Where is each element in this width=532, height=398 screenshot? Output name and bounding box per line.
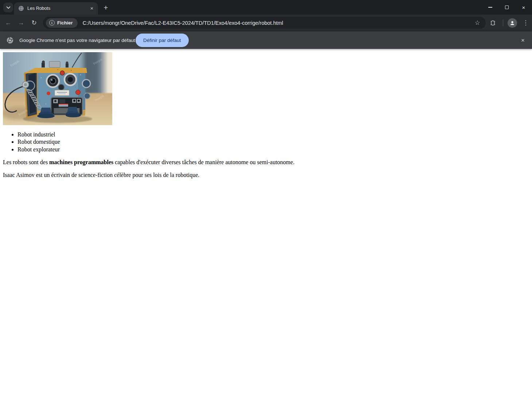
set-default-button[interactable]: Définir par défaut — [136, 34, 189, 47]
browser-toolbar: ← → ↻ i Fichier C:/Users/mongr/OneDrive/… — [0, 15, 532, 31]
list-item: Robot explorateur — [17, 146, 529, 153]
paragraph-text: capables d'exécuter diverses tâches de m… — [113, 159, 294, 165]
default-browser-infobar: Google Chrome n'est pas votre navigateur… — [0, 31, 532, 49]
infobar-close-icon[interactable]: × — [517, 35, 528, 46]
tab-search-button[interactable] — [3, 3, 13, 12]
robot-types-list: Robot industriel Robot domestique Robot … — [3, 131, 529, 153]
profile-button[interactable] — [506, 17, 518, 28]
back-button[interactable]: ← — [2, 17, 14, 29]
forward-button[interactable]: → — [15, 17, 27, 29]
extensions-button[interactable] — [487, 17, 498, 28]
chevron-down-icon — [6, 6, 11, 9]
avatar — [508, 18, 517, 28]
paragraph-text: Les robots sont des — [3, 159, 49, 165]
bookmark-star-button[interactable]: ☆ — [472, 18, 483, 28]
puzzle-icon — [489, 19, 497, 27]
robots-description-paragraph: Les robots sont des machines programmabl… — [3, 159, 529, 166]
tab-strip: Les Robots × + × — [0, 0, 532, 15]
asimov-paragraph: Isaac Asimov est un écrivain de science-… — [3, 172, 529, 178]
list-item: Robot domestique — [17, 138, 529, 146]
browser-tab[interactable]: Les Robots × — [14, 2, 98, 15]
web-page-content: freepik freepik freepik freepik Robot in… — [0, 49, 532, 398]
browser-menu-button[interactable]: ⋮ — [520, 17, 531, 28]
close-window-button[interactable]: × — [515, 0, 532, 15]
minimize-button[interactable] — [482, 0, 498, 15]
robot-photo: freepik freepik freepik freepik — [3, 52, 112, 125]
file-scheme-chip[interactable]: i Fichier — [46, 18, 78, 28]
minimize-icon — [488, 7, 492, 8]
chrome-logo-icon — [6, 36, 14, 44]
reload-button[interactable]: ↻ — [28, 17, 40, 29]
new-tab-button[interactable]: + — [101, 3, 111, 12]
maximize-button[interactable] — [498, 0, 515, 15]
tab-title: Les Robots — [27, 6, 85, 11]
toolbar-separator — [503, 19, 503, 26]
maximize-icon — [505, 5, 509, 9]
url-text[interactable]: C:/Users/mongr/OneDrive/Fac/L2-E43IC5-20… — [83, 20, 472, 26]
file-chip-label: Fichier — [57, 20, 73, 26]
infobar-message: Google Chrome n'est pas votre navigateur… — [19, 38, 135, 43]
tab-close-icon[interactable]: × — [89, 5, 95, 12]
info-icon: i — [49, 20, 55, 26]
bold-text: machines programmables — [49, 159, 113, 165]
list-item: Robot industriel — [17, 131, 529, 138]
window-controls: × — [482, 0, 532, 15]
address-bar[interactable]: i Fichier C:/Users/mongr/OneDrive/Fac/L2… — [43, 17, 486, 29]
person-icon — [509, 20, 515, 26]
globe-favicon-icon — [18, 5, 24, 11]
